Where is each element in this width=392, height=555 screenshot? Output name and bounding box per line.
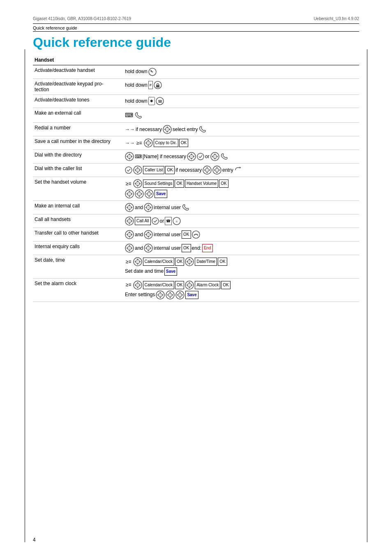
nav-disk-icon-11 bbox=[135, 189, 144, 198]
header-meta: Gigaset 4110isdn, GBR, A31008-G4110-B102… bbox=[33, 16, 359, 21]
svg-marker-73 bbox=[141, 193, 143, 195]
svg-marker-45 bbox=[206, 167, 208, 168]
svg-marker-34 bbox=[212, 156, 213, 157]
table-row: Activate/deactivate keypad pro-tection h… bbox=[33, 78, 359, 94]
content-table: Handset Activate/deactivate handset hold… bbox=[33, 55, 359, 302]
svg-marker-112 bbox=[150, 234, 152, 235]
svg-marker-137 bbox=[191, 261, 193, 263]
desc-cell: and internal user OK bbox=[123, 228, 359, 242]
svg-marker-78 bbox=[146, 193, 148, 195]
action-cell: Set date, time bbox=[33, 255, 123, 279]
keypad-icon-2: ⌨ bbox=[135, 152, 142, 161]
table-row: Make an external call ⌨ bbox=[33, 108, 359, 123]
svg-marker-25 bbox=[191, 153, 192, 155]
star-icon: ✱ bbox=[148, 97, 155, 105]
nav-disk-icon-4 bbox=[187, 152, 196, 161]
hash-icon-2: ☎ bbox=[165, 217, 172, 225]
hash-icon: # bbox=[148, 81, 153, 89]
nav-disk-icon-8 bbox=[212, 166, 221, 175]
save-box-2: Save bbox=[164, 267, 177, 276]
keypad-icon: ⌨ bbox=[125, 110, 134, 120]
svg-marker-109 bbox=[148, 231, 149, 233]
svg-rect-2 bbox=[156, 85, 159, 88]
svg-point-18 bbox=[127, 154, 131, 159]
svg-marker-122 bbox=[148, 245, 149, 246]
nav-disk-icon-2 bbox=[144, 138, 153, 147]
nav-disk-icon-18 bbox=[125, 244, 134, 253]
top-rule bbox=[33, 23, 359, 24]
phone-icon bbox=[148, 68, 157, 76]
nav-disk-icon-25 bbox=[166, 290, 175, 299]
desc-cell: Caller List OK if necessary bbox=[123, 164, 359, 177]
nav-disk-icon-14 bbox=[144, 203, 153, 212]
nav-disk-icon-23 bbox=[185, 281, 194, 290]
svg-marker-52 bbox=[216, 172, 218, 173]
sound-settings-box: Sound Settings bbox=[143, 180, 174, 188]
internal-user-label-2: internal user bbox=[154, 230, 181, 240]
svg-marker-66 bbox=[126, 193, 128, 195]
svg-marker-153 bbox=[159, 297, 161, 298]
hold-down-label: hold down bbox=[125, 67, 148, 76]
svg-marker-59 bbox=[137, 185, 138, 187]
svg-marker-90 bbox=[145, 207, 147, 208]
svg-point-44 bbox=[205, 168, 209, 172]
calendar-clock-box-2: Calendar/Clock bbox=[143, 281, 174, 289]
action-cell: Dial with the directory bbox=[33, 150, 123, 164]
svg-marker-9 bbox=[164, 129, 166, 130]
svg-point-75 bbox=[147, 192, 151, 196]
and-label: and bbox=[135, 203, 143, 212]
action-cell: Dial with the caller list bbox=[33, 164, 123, 177]
svg-point-38 bbox=[136, 168, 140, 172]
desc-cell: Call All or ☎ ≡ bbox=[123, 214, 359, 228]
svg-marker-58 bbox=[137, 180, 138, 182]
svg-marker-46 bbox=[206, 172, 208, 173]
svg-point-24 bbox=[189, 154, 194, 159]
svg-marker-96 bbox=[126, 220, 128, 222]
svg-marker-70 bbox=[138, 191, 140, 192]
ok-box-8: OK bbox=[218, 258, 227, 266]
svg-marker-54 bbox=[219, 169, 220, 171]
svg-marker-72 bbox=[136, 193, 138, 195]
table-row: Set the alarm clock ≥≡ Calendar/Clock bbox=[33, 278, 359, 302]
nav-disk-icon-7 bbox=[203, 166, 212, 175]
svg-marker-125 bbox=[150, 247, 152, 249]
nav-disk-icon-15 bbox=[125, 216, 134, 226]
svg-marker-10 bbox=[169, 129, 171, 130]
nav-disk-icon bbox=[163, 125, 172, 134]
svg-marker-61 bbox=[139, 183, 141, 184]
or-label: or bbox=[205, 152, 210, 161]
svg-marker-55 bbox=[240, 167, 241, 168]
svg-marker-166 bbox=[177, 294, 178, 296]
svg-marker-147 bbox=[189, 287, 190, 288]
desc-cell: ≥≡ Calendar/Clock OK bbox=[123, 255, 359, 279]
action-cell: Redial a number bbox=[33, 123, 123, 136]
nav-disk-icon-9 bbox=[133, 179, 142, 188]
action-cell: Activate/deactivate handset bbox=[33, 65, 123, 79]
svg-marker-161 bbox=[172, 294, 173, 296]
svg-marker-131 bbox=[139, 261, 141, 263]
svg-marker-32 bbox=[214, 153, 216, 155]
svg-marker-104 bbox=[129, 236, 130, 238]
svg-marker-16 bbox=[150, 142, 152, 144]
svg-marker-79 bbox=[151, 193, 152, 195]
phone-icon-2 bbox=[198, 125, 207, 134]
curved-arrow-icon bbox=[234, 166, 242, 174]
table-row: Call all handsets Call All bbox=[33, 214, 359, 228]
svg-point-145 bbox=[187, 283, 191, 287]
svg-marker-71 bbox=[138, 196, 140, 197]
desc-cell: and internal user bbox=[123, 201, 359, 214]
svg-marker-19 bbox=[129, 153, 130, 155]
svg-text:☎: ☎ bbox=[157, 99, 162, 104]
if-necessary-label: if necessary bbox=[136, 125, 162, 134]
phone-icon-3 bbox=[220, 152, 228, 161]
nav-disk-icon-13 bbox=[125, 203, 134, 212]
svg-point-102 bbox=[127, 233, 131, 237]
svg-marker-41 bbox=[134, 169, 136, 171]
svg-marker-83 bbox=[129, 209, 130, 211]
table-row: Internal enquiry calls and bbox=[33, 242, 359, 255]
svg-marker-149 bbox=[191, 284, 193, 286]
svg-marker-22 bbox=[131, 156, 133, 157]
svg-marker-28 bbox=[193, 156, 195, 157]
check-icon-2 bbox=[125, 166, 132, 174]
svg-point-87 bbox=[146, 205, 150, 210]
